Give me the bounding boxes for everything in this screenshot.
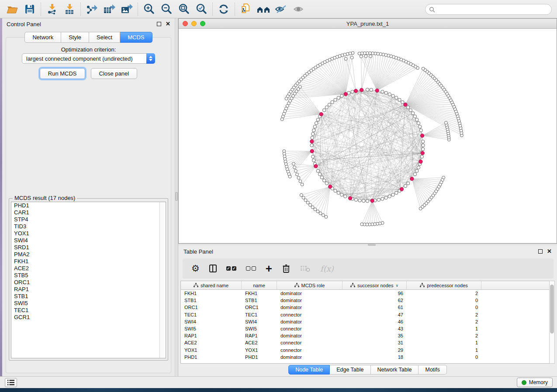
- dominator-node[interactable]: [404, 103, 407, 106]
- network-window-titlebar[interactable]: YPA_prune.txt_1: [179, 19, 557, 29]
- ring-node[interactable]: [381, 197, 384, 200]
- dominator-node[interactable]: [310, 140, 314, 143]
- ring-node[interactable]: [311, 132, 315, 135]
- ring-node[interactable]: [395, 191, 398, 194]
- ring-node[interactable]: [328, 103, 331, 106]
- dominator-node[interactable]: [329, 185, 332, 188]
- close-panel-button[interactable]: Close panel: [91, 68, 138, 79]
- zoom-selected-button[interactable]: [193, 2, 210, 17]
- leaf-node[interactable]: [314, 208, 317, 211]
- show-columns-button[interactable]: [209, 265, 217, 272]
- tab-style[interactable]: Style: [61, 32, 89, 43]
- leaf-node[interactable]: [322, 213, 325, 217]
- leaf-node[interactable]: [300, 193, 303, 196]
- table-options-button[interactable]: ⚙: [191, 264, 200, 273]
- mcds-result-node[interactable]: PMA2: [11, 251, 166, 258]
- ring-node[interactable]: [313, 125, 316, 128]
- zoom-in-button[interactable]: [140, 2, 158, 17]
- tab-network[interactable]: Network: [24, 32, 61, 43]
- leaf-node[interactable]: [306, 201, 309, 204]
- splitter-grip[interactable]: [175, 192, 178, 201]
- table-row[interactable]: SWI5SWI5connector431: [181, 325, 551, 332]
- mcds-result-node[interactable]: TEC1: [11, 307, 166, 314]
- dominator-node[interactable]: [420, 134, 424, 138]
- leaf-node[interactable]: [280, 118, 284, 121]
- ring-node[interactable]: [377, 198, 380, 201]
- mcds-result-node[interactable]: CAR1: [11, 209, 166, 216]
- ring-node[interactable]: [388, 93, 391, 96]
- tab-node-table[interactable]: Node Table: [288, 365, 330, 375]
- ring-node[interactable]: [334, 98, 337, 101]
- criterion-dropdown[interactable]: largest connected component (undirected): [22, 53, 155, 64]
- export-table-button[interactable]: [100, 2, 118, 17]
- leaf-node[interactable]: [309, 203, 312, 206]
- table-scrollbar[interactable]: [549, 281, 555, 364]
- column-header-name[interactable]: name: [242, 281, 277, 289]
- ring-node[interactable]: [311, 155, 315, 158]
- mcds-result-node[interactable]: FKH1: [11, 258, 166, 265]
- leaf-node[interactable]: [293, 166, 296, 169]
- save-session-button[interactable]: [21, 2, 38, 17]
- ring-node[interactable]: [419, 129, 422, 132]
- mcds-result-node[interactable]: TID3: [11, 223, 166, 230]
- mcds-result-list[interactable]: PHD1CAR1STP4TID3YOX1SWI4SRD1PMA2FKH1ACE2…: [11, 202, 166, 358]
- table-row[interactable]: SWI4SWI4dominator462: [181, 318, 551, 325]
- dominator-node[interactable]: [419, 160, 422, 163]
- ring-node[interactable]: [318, 172, 321, 175]
- table-row[interactable]: FKH1FKH1dominator962: [181, 290, 551, 297]
- ring-node[interactable]: [422, 140, 425, 143]
- ring-node[interactable]: [422, 148, 425, 151]
- leaf-node[interactable]: [316, 210, 319, 213]
- ring-node[interactable]: [406, 106, 409, 109]
- ring-node[interactable]: [391, 193, 394, 196]
- table-row[interactable]: ACE2ACE2connector311: [181, 339, 551, 346]
- ring-node[interactable]: [340, 193, 343, 196]
- ring-node[interactable]: [331, 100, 334, 103]
- ring-node[interactable]: [415, 118, 419, 121]
- ring-node[interactable]: [381, 90, 384, 93]
- delete-column-button[interactable]: [282, 264, 291, 273]
- export-network-button[interactable]: [83, 2, 100, 17]
- leaf-node[interactable]: [302, 196, 305, 199]
- ring-node[interactable]: [366, 88, 369, 91]
- tab-edge-table[interactable]: Edge Table: [330, 365, 370, 375]
- scrollbar-thumb[interactable]: [550, 285, 554, 334]
- ring-node[interactable]: [311, 136, 314, 139]
- ring-node[interactable]: [322, 109, 325, 112]
- float-panel-icon[interactable]: [157, 22, 161, 26]
- tab-mcds[interactable]: MCDS: [120, 32, 152, 43]
- ring-node[interactable]: [415, 169, 419, 172]
- mcds-result-node[interactable]: SWI5: [11, 300, 166, 307]
- dominator-node[interactable]: [375, 89, 379, 92]
- first-neighbors-button[interactable]: [255, 2, 272, 17]
- leaf-node[interactable]: [350, 56, 353, 59]
- leaf-node[interactable]: [360, 55, 363, 58]
- leaf-node[interactable]: [445, 121, 448, 124]
- ring-node[interactable]: [404, 184, 407, 187]
- ring-node[interactable]: [366, 199, 369, 203]
- ring-node[interactable]: [354, 198, 357, 201]
- close-panel-icon[interactable]: ✕: [547, 249, 552, 254]
- ring-node[interactable]: [411, 112, 414, 115]
- tab-select[interactable]: Select: [89, 32, 120, 43]
- leaf-node[interactable]: [364, 55, 367, 58]
- dominator-node[interactable]: [319, 112, 323, 116]
- hide-selected-button[interactable]: [272, 2, 290, 17]
- ring-node[interactable]: [322, 179, 325, 182]
- leaf-node[interactable]: [325, 215, 328, 218]
- column-header-successor-nodes[interactable]: successor nodes∨: [343, 281, 407, 289]
- apply-layout-button[interactable]: [215, 2, 232, 17]
- leaf-node[interactable]: [319, 212, 322, 215]
- column-header-MCDS-role[interactable]: MCDS role: [277, 281, 343, 289]
- ring-node[interactable]: [358, 199, 361, 202]
- ring-node[interactable]: [384, 91, 387, 94]
- float-panel-icon[interactable]: [538, 249, 543, 254]
- ring-node[interactable]: [315, 121, 318, 124]
- delete-table-button[interactable]: [300, 265, 311, 272]
- export-image-button[interactable]: [118, 2, 135, 17]
- leaf-node[interactable]: [422, 67, 425, 70]
- ring-node[interactable]: [417, 166, 420, 169]
- ring-node[interactable]: [398, 98, 401, 101]
- dominator-node[interactable]: [314, 164, 318, 168]
- select-all-columns-button[interactable]: ✓✓: [226, 266, 236, 271]
